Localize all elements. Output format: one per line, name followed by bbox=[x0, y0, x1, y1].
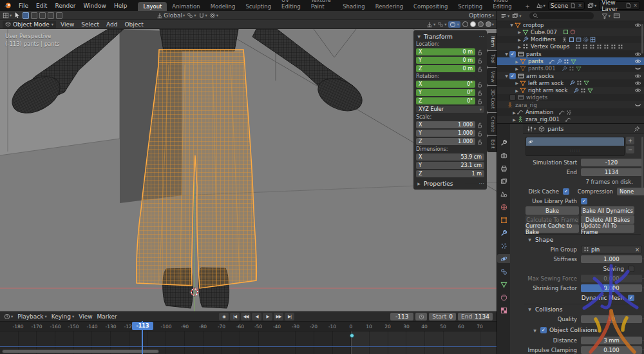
rotation-mode-dropdown[interactable]: XYZ Euler▾ bbox=[416, 106, 484, 113]
workspace-tab-scripting[interactable]: Scripting bbox=[453, 2, 488, 11]
eye-icon[interactable] bbox=[634, 59, 641, 64]
scale-z-field[interactable]: Z1.000 bbox=[416, 138, 475, 145]
lock-icon[interactable] bbox=[477, 49, 482, 55]
new-collection-icon[interactable] bbox=[613, 12, 620, 19]
collapse-icon[interactable]: ▼ bbox=[416, 34, 422, 39]
dimension-x-field[interactable]: X53.9 cm bbox=[416, 153, 484, 161]
menu-help[interactable]: Help bbox=[111, 2, 131, 10]
action-icon[interactable] bbox=[559, 110, 565, 115]
jump-to-end-button[interactable]: ▶| bbox=[285, 313, 294, 320]
armature-name[interactable]: zara_rig.001 bbox=[526, 116, 560, 123]
bake-all-dynamics-button[interactable]: Bake All Dynamics bbox=[581, 206, 634, 215]
tab-world[interactable] bbox=[497, 202, 510, 211]
lock-icon[interactable] bbox=[477, 81, 482, 88]
tab-view-layer[interactable] bbox=[497, 177, 510, 186]
collection-checkbox[interactable]: ✓ bbox=[509, 73, 516, 79]
transform-panel-header[interactable]: ▼ Transform ··· bbox=[416, 32, 484, 41]
lock-icon[interactable] bbox=[477, 130, 482, 137]
eye-closed-icon[interactable] bbox=[634, 103, 641, 108]
stiffness-field[interactable]: 1.000 bbox=[581, 255, 642, 263]
menu-render[interactable]: Render bbox=[52, 2, 79, 10]
eye-icon[interactable] bbox=[634, 81, 641, 86]
tab-constraints[interactable] bbox=[497, 267, 510, 276]
play-reverse-button[interactable]: ◀ bbox=[252, 313, 261, 320]
current-frame-field[interactable]: -113 bbox=[390, 313, 413, 320]
expand-icon[interactable]: ▶ bbox=[514, 81, 520, 85]
next-keyframe-button[interactable]: ▶▶ bbox=[274, 313, 283, 320]
end-field[interactable]: 1134 bbox=[581, 168, 642, 176]
animation-icon[interactable] bbox=[565, 117, 571, 123]
collection-checkbox[interactable]: ✓ bbox=[509, 51, 516, 57]
expand-icon[interactable]: ▶ bbox=[511, 117, 517, 122]
menu-add[interactable]: Add bbox=[104, 21, 120, 28]
shading-wireframe-button[interactable] bbox=[462, 21, 468, 27]
timeline-track[interactable] bbox=[0, 331, 497, 354]
properties-panel-collapsed[interactable]: ▶ Properties ··· bbox=[416, 179, 484, 188]
object-name[interactable]: right arm sock bbox=[528, 87, 567, 93]
armature-modifier-icon[interactable] bbox=[562, 37, 567, 43]
outliner-row-pants-collection[interactable]: ▼ ✓ pants bbox=[497, 50, 644, 57]
expand-icon[interactable]: ▶ bbox=[511, 110, 517, 115]
paint-select-mode-button[interactable] bbox=[56, 12, 62, 19]
mesh-data-icon[interactable] bbox=[571, 59, 576, 64]
outliner-row-vertex-groups[interactable]: ▶ Vertex Groups bbox=[497, 43, 644, 50]
lock-icon[interactable] bbox=[477, 139, 482, 145]
wrench-icon[interactable] bbox=[556, 59, 562, 64]
unlink-scene-icon[interactable]: × bbox=[578, 3, 582, 8]
eye-icon[interactable] bbox=[634, 88, 641, 93]
shading-material-button[interactable] bbox=[478, 21, 484, 27]
menu-object[interactable]: Object bbox=[122, 21, 146, 28]
frame-start-field[interactable]: Start0 bbox=[429, 313, 456, 320]
outliner-row-animation[interactable]: ▶ Animation bbox=[497, 108, 644, 115]
lock-icon[interactable] bbox=[477, 122, 482, 128]
dynamic-mesh-checkbox[interactable]: ✓ bbox=[628, 295, 634, 301]
dimension-z-field[interactable]: Z1 m bbox=[416, 170, 484, 177]
tab-tool[interactable] bbox=[497, 138, 510, 147]
menu-marker[interactable]: Marker bbox=[97, 313, 117, 320]
collapse-icon[interactable]: ▼ bbox=[527, 237, 533, 242]
expand-icon[interactable]: ▶ bbox=[514, 66, 520, 71]
eye-closed-icon[interactable] bbox=[634, 66, 641, 71]
outliner-row-zara-rig001[interactable]: ▶ zara_rig.001 bbox=[497, 116, 644, 123]
outliner-row-pants001[interactable]: ▶ pants.001 bbox=[497, 65, 644, 72]
compression-dropdown[interactable]: None▾ bbox=[617, 188, 644, 195]
rotation-y-field[interactable]: Y0° bbox=[416, 89, 475, 96]
tab-material[interactable] bbox=[497, 293, 510, 302]
outliner-row-widgets[interactable]: widgets bbox=[497, 94, 644, 101]
impulse-clamping-field[interactable]: 0.100 bbox=[581, 346, 642, 354]
tab-modifiers[interactable] bbox=[497, 228, 510, 237]
menu-file[interactable]: File bbox=[15, 2, 32, 10]
expand-icon[interactable]: ▼ bbox=[504, 74, 509, 78]
mesh-data-icon[interactable] bbox=[576, 66, 582, 72]
outliner-display-mode-dropdown[interactable]: ▾ bbox=[512, 13, 521, 19]
timeline-ruler[interactable]: -180 -170 -160 -150 -140 -130 -120 -100 … bbox=[0, 321, 497, 331]
expand-icon[interactable]: ▶ bbox=[516, 37, 522, 42]
panel-menu-icon[interactable]: ··· bbox=[478, 181, 484, 187]
collapse-icon[interactable]: ▼ bbox=[527, 307, 533, 311]
prev-keyframe-button[interactable]: ◀◀ bbox=[241, 313, 251, 320]
timeline-editor-type-button[interactable]: ▾ bbox=[4, 313, 13, 320]
blender-logo-icon[interactable] bbox=[4, 2, 12, 9]
modifier-icon[interactable] bbox=[576, 37, 582, 43]
options-dropdown[interactable]: Options▾ bbox=[469, 12, 494, 19]
object-name[interactable]: pants bbox=[528, 58, 544, 64]
menu-keying[interactable]: Keying▾ bbox=[52, 313, 75, 320]
play-button[interactable]: ▶ bbox=[263, 313, 272, 320]
mesh-data-icon[interactable] bbox=[583, 80, 589, 86]
breadcrumb-object-name[interactable]: pants bbox=[547, 126, 564, 132]
vertex-groups-label[interactable]: Vertex Groups bbox=[531, 43, 569, 50]
lock-icon[interactable] bbox=[477, 66, 482, 72]
object-name[interactable]: pants.001 bbox=[528, 65, 556, 72]
workspace-tab-uv-editing[interactable]: UV Editing bbox=[276, 0, 306, 11]
location-x-field[interactable]: X0 m bbox=[416, 48, 475, 55]
new-scene-icon[interactable] bbox=[570, 3, 576, 8]
modifier-icon[interactable] bbox=[569, 37, 574, 43]
transform-orientation-dropdown[interactable]: Global▾ bbox=[156, 12, 185, 19]
workspace-tab-shading[interactable]: Shading bbox=[337, 2, 370, 11]
sewing-checkbox[interactable] bbox=[628, 266, 634, 272]
frame-end-field[interactable]: End1134 bbox=[458, 313, 493, 320]
modifier-icon[interactable] bbox=[583, 37, 589, 43]
tab-output[interactable] bbox=[497, 164, 510, 173]
jump-to-start-button[interactable]: |◀ bbox=[230, 313, 240, 320]
tab-physics[interactable] bbox=[497, 254, 510, 263]
